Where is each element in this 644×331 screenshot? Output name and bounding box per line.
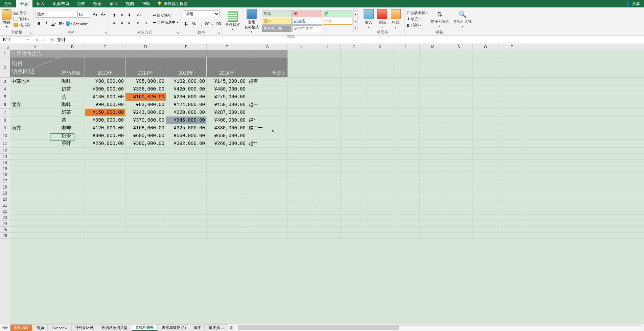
sheet-tab[interactable]: Overview [48, 324, 71, 331]
cell[interactable]: ¥279,000.00 [207, 93, 247, 101]
cell[interactable] [473, 78, 499, 85]
cell[interactable] [10, 227, 60, 232]
cell[interactable] [367, 78, 393, 85]
cell[interactable] [288, 109, 314, 116]
cell[interactable] [420, 117, 446, 124]
format-as-table-button[interactable]: 套用 表格格式▾ [243, 8, 260, 34]
sheet-tab[interactable]: 排序插 ... [205, 324, 228, 331]
cell[interactable]: 年度销售报告 [10, 50, 288, 57]
cell[interactable] [420, 101, 446, 108]
cell[interactable] [446, 214, 473, 220]
row-header-4[interactable]: 4 [0, 85, 10, 93]
row-header-5[interactable]: 5 [0, 93, 10, 101]
cell[interactable] [85, 208, 125, 214]
cell[interactable]: ¥400,000.00 [207, 117, 247, 124]
menu-tab-帮助[interactable]: 帮助 [138, 0, 154, 7]
cell[interactable] [367, 166, 393, 172]
confirm-formula-button[interactable]: ✓ [41, 37, 47, 42]
cell[interactable] [247, 154, 288, 159]
sheet-tab[interactable]: 数据及数据类型 [98, 324, 131, 331]
cell[interactable] [10, 140, 60, 147]
cell[interactable] [10, 196, 60, 202]
cell[interactable] [60, 233, 85, 238]
cell[interactable] [288, 190, 314, 196]
row-header-19[interactable]: 19 [0, 190, 10, 196]
cell[interactable] [314, 166, 341, 172]
col-header-P[interactable]: P [499, 44, 525, 50]
cell[interactable] [166, 184, 207, 190]
cell[interactable] [367, 132, 393, 139]
cell[interactable] [85, 233, 125, 238]
cell[interactable] [288, 101, 314, 108]
cell[interactable] [247, 196, 288, 202]
row-header-24[interactable]: 24 [0, 221, 10, 227]
cell[interactable]: ¥300,000.00 [85, 132, 125, 139]
cell[interactable] [314, 227, 341, 232]
cell[interactable] [125, 178, 166, 184]
row-header-26[interactable]: 26 [0, 233, 10, 239]
cell[interactable] [393, 233, 420, 238]
cell[interactable] [473, 196, 499, 202]
cell[interactable] [420, 196, 446, 202]
cell[interactable] [446, 160, 473, 166]
cell[interactable] [247, 190, 288, 196]
cell[interactable] [125, 233, 166, 238]
cell[interactable]: ¥300,000.00 [85, 85, 125, 93]
cell[interactable] [341, 214, 367, 220]
cell[interactable]: 2014年 [125, 57, 166, 77]
cell[interactable] [60, 190, 85, 196]
row-header-1[interactable]: 1 [0, 50, 10, 57]
cell[interactable] [367, 154, 393, 159]
menu-tab-页面布局[interactable]: 页面布局 [49, 0, 73, 7]
cell[interactable] [499, 221, 525, 226]
cell[interactable] [288, 196, 314, 202]
col-header-I[interactable]: I [314, 44, 341, 50]
row-header-13[interactable]: 13 [0, 154, 10, 160]
cell[interactable] [499, 233, 525, 238]
cell[interactable] [393, 184, 420, 190]
cell-style-5[interactable]: 计算 [323, 18, 352, 25]
cell[interactable]: ¥102,000.00 [166, 78, 207, 85]
cell[interactable] [314, 78, 341, 85]
cell[interactable] [446, 78, 473, 85]
cell[interactable] [499, 124, 525, 132]
cancel-formula-button[interactable]: ✕ [34, 37, 40, 42]
cell[interactable] [60, 178, 85, 184]
col-header-E[interactable]: E [166, 44, 207, 50]
menu-tab-视图[interactable]: 视图 [122, 0, 138, 7]
cell[interactable]: 茶叶 [60, 140, 85, 147]
cell[interactable] [166, 178, 207, 184]
cell[interactable] [247, 172, 288, 178]
cell[interactable] [393, 202, 420, 208]
cell[interactable] [341, 101, 367, 108]
cell[interactable] [85, 202, 125, 208]
cell[interactable] [499, 208, 525, 214]
col-header-N[interactable]: N [446, 44, 473, 50]
cell[interactable] [367, 227, 393, 232]
cell[interactable]: ¥300,000.00 [85, 117, 125, 124]
cell[interactable] [314, 172, 341, 178]
cell[interactable]: ¥124,000.00 [166, 101, 207, 108]
cell[interactable] [10, 85, 60, 93]
cell[interactable] [60, 172, 85, 178]
cell[interactable] [125, 202, 166, 208]
col-header-D[interactable]: D [125, 44, 166, 50]
cell[interactable] [499, 132, 525, 139]
cell[interactable]: ¥168,000.00 [125, 124, 166, 132]
row-header-14[interactable]: 14 [0, 160, 10, 166]
cell[interactable] [446, 101, 473, 108]
cell[interactable]: 负责人 [247, 57, 288, 77]
col-header-O[interactable]: O [473, 44, 499, 50]
cell[interactable] [341, 57, 367, 77]
cell[interactable] [473, 178, 499, 184]
cell[interactable] [473, 208, 499, 214]
cell[interactable]: 赵二一 [247, 124, 288, 132]
cell[interactable] [473, 140, 499, 147]
cell[interactable]: ¥560,000.00 [166, 132, 207, 139]
cell[interactable] [420, 154, 446, 159]
sort-filter-button[interactable]: ⇅排序和筛选▾ [429, 9, 451, 28]
cell[interactable]: ¥80,000.00 [85, 78, 125, 85]
menu-tab-文件[interactable]: 文件 [0, 0, 16, 7]
sheet-tab[interactable]: 查找和替换 (2) [158, 324, 190, 331]
cell[interactable] [446, 190, 473, 196]
